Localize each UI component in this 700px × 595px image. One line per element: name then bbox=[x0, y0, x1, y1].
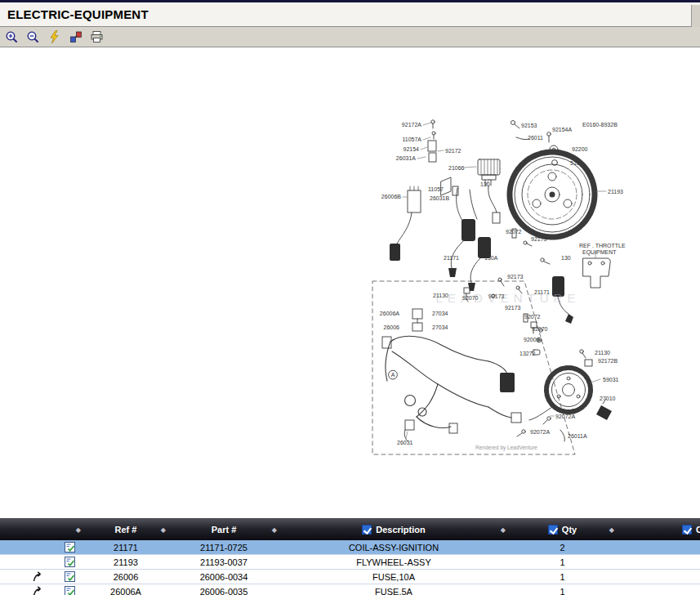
ignition-coil-art bbox=[448, 219, 573, 333]
scroll-corner bbox=[691, 5, 700, 29]
col-extra[interactable]: C bbox=[617, 519, 700, 540]
col-desc[interactable]: Description ◆ bbox=[279, 519, 508, 540]
extra-column-checkbox[interactable] bbox=[682, 525, 692, 535]
harness-connectors-art bbox=[382, 337, 521, 441]
parts-catalog-window: LEADVENTURE Rendered by LeadVenture 9217… bbox=[0, 0, 700, 595]
part-number-label: 92009 bbox=[524, 337, 540, 342]
part-number-label: 26006B bbox=[381, 194, 401, 199]
part-number-label: 92172B bbox=[598, 358, 618, 364]
harness-art bbox=[386, 336, 511, 427]
superseded-arrow-icon bbox=[33, 586, 44, 595]
harness-boundary bbox=[372, 281, 575, 454]
cell-desc: FUSE,5A bbox=[279, 587, 508, 595]
part-number-label: 92072 bbox=[506, 229, 522, 235]
fuse-holder-art bbox=[412, 309, 422, 331]
part-number-label: A bbox=[391, 372, 395, 378]
part-number-label: 92200 bbox=[572, 146, 588, 152]
cell-qty: 2 bbox=[508, 543, 617, 552]
flash-icon[interactable] bbox=[47, 29, 62, 45]
col-ref-label: Ref # bbox=[115, 525, 137, 535]
sort-icon[interactable]: ◆ bbox=[501, 526, 506, 534]
part-number-label: 27034 bbox=[432, 311, 448, 316]
part-detail-icon[interactable] bbox=[65, 542, 75, 552]
table-row[interactable]: 21171 21171-0725 COIL-ASSY-IGNITION 2 bbox=[0, 540, 700, 555]
row-icon-cell bbox=[0, 584, 83, 595]
col-qty[interactable]: Qty ◆ bbox=[508, 519, 617, 540]
part-number-label: 27034 bbox=[432, 324, 448, 330]
part-number-label: 92070 bbox=[532, 326, 548, 332]
render-credit: Rendered by LeadVenture bbox=[475, 445, 537, 451]
col-qty-label: Qty bbox=[562, 525, 577, 535]
cell-qty: 1 bbox=[508, 587, 617, 595]
toolbar bbox=[0, 27, 700, 47]
parts-diagram: LEADVENTURE Rendered by LeadVenture 9217… bbox=[0, 0, 700, 595]
col-icons[interactable]: ◆ bbox=[0, 519, 83, 540]
part-number-label: 92172 bbox=[445, 148, 461, 154]
flywheel-art bbox=[510, 152, 595, 237]
row-icon-cell bbox=[0, 570, 83, 584]
part-number-label: 510 bbox=[570, 160, 580, 166]
parts-table: ◆ Ref # ◆ Part # ◆ Description ◆ Qty ◆ bbox=[0, 518, 700, 595]
part-number-label: 130 bbox=[480, 181, 490, 187]
stator-art bbox=[529, 368, 591, 420]
part-detail-icon[interactable] bbox=[65, 571, 75, 582]
table-header: ◆ Ref # ◆ Part # ◆ Description ◆ Qty ◆ bbox=[0, 518, 700, 540]
part-number-label: 27010 bbox=[600, 396, 616, 401]
cell-qty: 1 bbox=[508, 557, 617, 567]
cell-part: 26006-0034 bbox=[168, 572, 279, 582]
screw-stack-art bbox=[428, 120, 458, 195]
part-number-label: 21171 bbox=[534, 289, 550, 295]
part-number-label: 130 bbox=[561, 255, 571, 261]
part-number-label: 92072A bbox=[555, 414, 575, 419]
part-number-label: 92154A bbox=[552, 127, 572, 132]
sort-icon[interactable]: ◆ bbox=[609, 526, 614, 534]
part-detail-icon[interactable] bbox=[65, 557, 75, 567]
fuse-lead-art bbox=[390, 186, 421, 261]
table-row[interactable]: 26006A 26006-0035 FUSE,5A 1 bbox=[0, 584, 700, 595]
table-row[interactable]: 26006 26006-0034 FUSE,10A 1 bbox=[0, 570, 700, 584]
part-number-label: 92173 bbox=[531, 236, 547, 242]
row-icon-cell bbox=[0, 540, 83, 554]
print-icon[interactable] bbox=[89, 29, 105, 45]
part-number-label: REF . THROTTLE bbox=[579, 243, 626, 248]
table-body: 21171 21171-0725 COIL-ASSY-IGNITION 2 21… bbox=[0, 540, 700, 595]
sort-icon[interactable]: ◆ bbox=[76, 526, 81, 534]
part-number-label: 130A bbox=[484, 255, 498, 261]
col-desc-label: Description bbox=[376, 525, 426, 535]
part-number-label: 21130 bbox=[433, 293, 448, 298]
sort-icon[interactable]: ◆ bbox=[161, 526, 166, 534]
part-detail-icon[interactable] bbox=[65, 586, 75, 595]
part-number-label: 92153 bbox=[521, 123, 537, 128]
cell-qty: 1 bbox=[508, 572, 617, 582]
col-part[interactable]: Part # ◆ bbox=[168, 519, 279, 540]
cell-ref: 21171 bbox=[83, 543, 168, 552]
zoom-in-icon[interactable] bbox=[4, 29, 20, 45]
part-number-label: 26031B bbox=[430, 195, 449, 201]
cell-part: 26006-0035 bbox=[168, 587, 279, 595]
cell-ref: 26006A bbox=[83, 587, 168, 595]
qty-column-checkbox[interactable] bbox=[548, 525, 558, 535]
col-extra-label: C bbox=[696, 525, 700, 535]
part-number-label: 92172A bbox=[402, 122, 421, 128]
part-number-label: 26011 bbox=[528, 135, 543, 141]
part-number-label: 92173 bbox=[507, 274, 524, 280]
zoom-out-icon[interactable] bbox=[25, 29, 41, 45]
leader-lines bbox=[403, 123, 606, 438]
part-number-label: 92072 bbox=[524, 314, 541, 320]
table-row[interactable]: 21193 21193-0037 FLYWHEEL-ASSY 1 bbox=[0, 555, 700, 570]
cell-desc: COIL-ASSY-IGNITION bbox=[279, 543, 508, 552]
cell-part: 21171-0725 bbox=[168, 543, 279, 552]
cell-desc: FUSE,10A bbox=[279, 572, 508, 582]
part-number-label: 21193 bbox=[608, 189, 623, 195]
part-labels: 92172A11057A9215426031A92172210661105726… bbox=[380, 122, 626, 445]
part-number-label: 13272 bbox=[519, 351, 536, 356]
desc-column-checkbox[interactable] bbox=[362, 525, 372, 535]
col-ref[interactable]: Ref # ◆ bbox=[83, 519, 168, 540]
part-number-label: 26006A bbox=[380, 311, 399, 316]
hotspot-link-icon[interactable] bbox=[68, 29, 83, 45]
page-title: ELECTRIC-EQUIPMENT bbox=[7, 7, 149, 21]
title-bar: ELECTRIC-EQUIPMENT bbox=[0, 0, 700, 27]
part-number-label: 92173 bbox=[488, 293, 505, 299]
sort-icon[interactable]: ◆ bbox=[272, 526, 277, 534]
part-number-label: 26006 bbox=[384, 324, 400, 330]
